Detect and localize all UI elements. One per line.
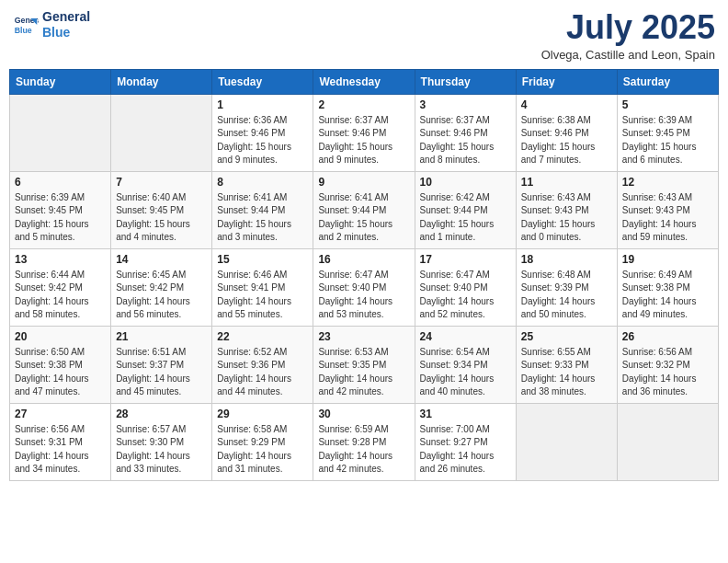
day-number: 16: [318, 253, 409, 266]
day-number: 5: [622, 98, 713, 111]
day-info: Sunrise: 6:39 AM Sunset: 9:45 PM Dayligh…: [622, 114, 713, 167]
day-info: Sunrise: 6:36 AM Sunset: 9:46 PM Dayligh…: [217, 114, 308, 167]
month-title: July 2025: [541, 9, 715, 46]
day-info: Sunrise: 6:41 AM Sunset: 9:44 PM Dayligh…: [318, 191, 409, 245]
day-info: Sunrise: 6:56 AM Sunset: 9:32 PM Dayligh…: [622, 346, 713, 399]
day-info: Sunrise: 6:42 AM Sunset: 9:44 PM Dayligh…: [420, 191, 511, 245]
day-number: 21: [116, 330, 207, 343]
day-info: Sunrise: 6:43 AM Sunset: 9:43 PM Dayligh…: [521, 191, 612, 245]
day-info: Sunrise: 6:51 AM Sunset: 9:37 PM Dayligh…: [116, 346, 207, 399]
day-number: 12: [622, 176, 713, 189]
day-info: Sunrise: 6:38 AM Sunset: 9:46 PM Dayligh…: [521, 114, 612, 167]
day-info: Sunrise: 6:43 AM Sunset: 9:43 PM Dayligh…: [622, 191, 713, 245]
calendar-cell: [617, 403, 718, 480]
column-header-sunday: Sunday: [10, 69, 111, 94]
calendar-week-row: 27Sunrise: 6:56 AM Sunset: 9:31 PM Dayli…: [10, 403, 719, 480]
day-info: Sunrise: 6:59 AM Sunset: 9:28 PM Dayligh…: [318, 423, 409, 477]
calendar-cell: 16Sunrise: 6:47 AM Sunset: 9:40 PM Dayli…: [313, 248, 415, 326]
calendar-cell: 5Sunrise: 6:39 AM Sunset: 9:45 PM Daylig…: [617, 94, 718, 171]
day-number: 27: [15, 408, 106, 420]
calendar-cell: [111, 94, 212, 171]
logo-text-line2: Blue: [42, 25, 90, 40]
day-info: Sunrise: 6:37 AM Sunset: 9:46 PM Dayligh…: [318, 114, 409, 167]
day-info: Sunrise: 6:57 AM Sunset: 9:30 PM Dayligh…: [116, 423, 207, 477]
column-header-saturday: Saturday: [617, 69, 718, 94]
column-header-wednesday: Wednesday: [313, 69, 415, 94]
calendar-cell: 12Sunrise: 6:43 AM Sunset: 9:43 PM Dayli…: [617, 171, 718, 248]
day-number: 22: [217, 330, 308, 343]
logo-text-line1: General: [42, 9, 90, 25]
calendar-cell: 30Sunrise: 6:59 AM Sunset: 9:28 PM Dayli…: [313, 403, 415, 480]
column-header-monday: Monday: [111, 69, 212, 94]
day-info: Sunrise: 6:48 AM Sunset: 9:39 PM Dayligh…: [521, 269, 612, 322]
day-number: 17: [420, 253, 511, 266]
calendar-cell: 9Sunrise: 6:41 AM Sunset: 9:44 PM Daylig…: [313, 171, 415, 248]
calendar-cell: 2Sunrise: 6:37 AM Sunset: 9:46 PM Daylig…: [313, 94, 415, 171]
day-number: 1: [217, 98, 308, 111]
day-number: 20: [15, 330, 106, 343]
day-number: 8: [217, 176, 308, 189]
day-info: Sunrise: 6:55 AM Sunset: 9:33 PM Dayligh…: [521, 346, 612, 399]
column-header-tuesday: Tuesday: [212, 69, 313, 94]
day-number: 13: [15, 253, 106, 266]
day-number: 14: [116, 253, 207, 266]
day-info: Sunrise: 6:40 AM Sunset: 9:45 PM Dayligh…: [116, 191, 207, 245]
day-number: 2: [318, 98, 409, 111]
day-number: 4: [521, 98, 612, 111]
calendar-cell: 31Sunrise: 7:00 AM Sunset: 9:27 PM Dayli…: [415, 403, 516, 480]
day-number: 3: [420, 98, 511, 111]
calendar-cell: [516, 403, 617, 480]
day-info: Sunrise: 6:53 AM Sunset: 9:35 PM Dayligh…: [318, 346, 409, 399]
svg-text:Blue: Blue: [15, 26, 32, 35]
calendar-cell: 24Sunrise: 6:54 AM Sunset: 9:34 PM Dayli…: [415, 326, 516, 403]
calendar-cell: 11Sunrise: 6:43 AM Sunset: 9:43 PM Dayli…: [516, 171, 617, 248]
day-number: 29: [217, 408, 308, 420]
day-info: Sunrise: 6:47 AM Sunset: 9:40 PM Dayligh…: [420, 269, 511, 322]
day-info: Sunrise: 6:39 AM Sunset: 9:45 PM Dayligh…: [15, 191, 106, 245]
calendar-cell: 21Sunrise: 6:51 AM Sunset: 9:37 PM Dayli…: [111, 326, 212, 403]
day-info: Sunrise: 6:37 AM Sunset: 9:46 PM Dayligh…: [420, 114, 511, 167]
calendar-cell: 23Sunrise: 6:53 AM Sunset: 9:35 PM Dayli…: [313, 326, 415, 403]
day-number: 26: [622, 330, 713, 343]
day-number: 23: [318, 330, 409, 343]
day-info: Sunrise: 6:41 AM Sunset: 9:44 PM Dayligh…: [217, 191, 308, 245]
day-number: 19: [622, 253, 713, 266]
day-number: 10: [420, 176, 511, 189]
calendar-week-row: 13Sunrise: 6:44 AM Sunset: 9:42 PM Dayli…: [10, 248, 719, 326]
day-info: Sunrise: 6:47 AM Sunset: 9:40 PM Dayligh…: [318, 269, 409, 322]
column-header-thursday: Thursday: [415, 69, 516, 94]
calendar-week-row: 20Sunrise: 6:50 AM Sunset: 9:38 PM Dayli…: [10, 326, 719, 403]
calendar-cell: 15Sunrise: 6:46 AM Sunset: 9:41 PM Dayli…: [212, 248, 313, 326]
day-info: Sunrise: 6:44 AM Sunset: 9:42 PM Dayligh…: [15, 269, 106, 322]
calendar-cell: 17Sunrise: 6:47 AM Sunset: 9:40 PM Dayli…: [415, 248, 516, 326]
day-number: 25: [521, 330, 612, 343]
day-number: 7: [116, 176, 207, 189]
calendar-cell: 27Sunrise: 6:56 AM Sunset: 9:31 PM Dayli…: [10, 403, 111, 480]
day-info: Sunrise: 6:54 AM Sunset: 9:34 PM Dayligh…: [420, 346, 511, 399]
day-number: 31: [420, 408, 511, 420]
day-info: Sunrise: 7:00 AM Sunset: 9:27 PM Dayligh…: [420, 423, 511, 477]
calendar-cell: 7Sunrise: 6:40 AM Sunset: 9:45 PM Daylig…: [111, 171, 212, 248]
calendar-cell: 1Sunrise: 6:36 AM Sunset: 9:46 PM Daylig…: [212, 94, 313, 171]
calendar-cell: [10, 94, 111, 171]
day-number: 9: [318, 176, 409, 189]
calendar-cell: 4Sunrise: 6:38 AM Sunset: 9:46 PM Daylig…: [516, 94, 617, 171]
day-info: Sunrise: 6:58 AM Sunset: 9:29 PM Dayligh…: [217, 423, 308, 477]
day-number: 11: [521, 176, 612, 189]
calendar-table: SundayMondayTuesdayWednesdayThursdayFrid…: [9, 69, 719, 481]
calendar-cell: 25Sunrise: 6:55 AM Sunset: 9:33 PM Dayli…: [516, 326, 617, 403]
day-info: Sunrise: 6:52 AM Sunset: 9:36 PM Dayligh…: [217, 346, 308, 399]
day-number: 6: [15, 176, 106, 189]
day-number: 18: [521, 253, 612, 266]
day-info: Sunrise: 6:50 AM Sunset: 9:38 PM Dayligh…: [15, 346, 106, 399]
calendar-cell: 6Sunrise: 6:39 AM Sunset: 9:45 PM Daylig…: [10, 171, 111, 248]
day-info: Sunrise: 6:49 AM Sunset: 9:38 PM Dayligh…: [622, 269, 713, 322]
day-number: 24: [420, 330, 511, 343]
calendar-header-row: SundayMondayTuesdayWednesdayThursdayFrid…: [10, 69, 719, 94]
calendar-week-row: 1Sunrise: 6:36 AM Sunset: 9:46 PM Daylig…: [10, 94, 719, 171]
day-number: 30: [318, 408, 409, 420]
calendar-cell: 13Sunrise: 6:44 AM Sunset: 9:42 PM Dayli…: [10, 248, 111, 326]
title-block: July 2025 Olvega, Castille and Leon, Spa…: [541, 9, 715, 62]
day-number: 28: [116, 408, 207, 420]
calendar-cell: 28Sunrise: 6:57 AM Sunset: 9:30 PM Dayli…: [111, 403, 212, 480]
